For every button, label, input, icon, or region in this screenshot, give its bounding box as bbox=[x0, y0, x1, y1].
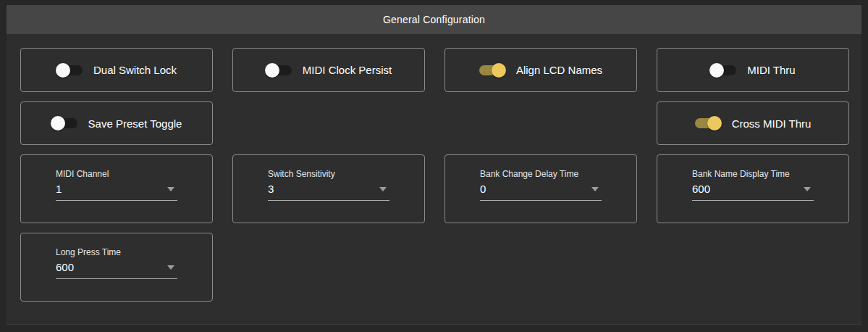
general-configuration-panel: General Configuration Dual Switch Lock M… bbox=[7, 5, 861, 325]
toggle-label: Save Preset Toggle bbox=[88, 117, 182, 130]
toggle-thumb bbox=[707, 116, 722, 130]
card-midi-clock-persist: MIDI Clock Persist bbox=[232, 48, 425, 92]
toggle-thumb bbox=[56, 63, 70, 78]
toggle-align-lcd-names[interactable]: Align LCD Names bbox=[479, 64, 602, 76]
toggle-switch[interactable] bbox=[695, 118, 721, 128]
toggle-save-preset-toggle[interactable]: Save Preset Toggle bbox=[51, 117, 182, 130]
caret-down-icon bbox=[591, 187, 599, 191]
toggle-thumb bbox=[492, 63, 506, 78]
toggle-label: Cross MIDI Thru bbox=[732, 117, 812, 130]
toggle-thumb bbox=[265, 63, 279, 78]
select-label: MIDI Channel bbox=[56, 169, 177, 179]
caret-down-icon bbox=[804, 187, 811, 191]
card-align-lcd-names: Align LCD Names bbox=[444, 48, 637, 92]
toggle-thumb bbox=[51, 116, 65, 130]
card-switch-sensitivity: Switch Sensitivity 3 bbox=[232, 154, 425, 223]
bank-change-delay-time-select[interactable]: Bank Change Delay Time 0 bbox=[480, 169, 602, 201]
card-bank-change-delay-time: Bank Change Delay Time 0 bbox=[444, 154, 637, 223]
toggle-midi-thru[interactable]: MIDI Thru bbox=[710, 64, 795, 76]
select-value: 0 bbox=[480, 183, 486, 195]
card-midi-thru: MIDI Thru bbox=[657, 48, 849, 92]
toggle-switch[interactable] bbox=[266, 65, 292, 75]
toggle-label: Dual Switch Lock bbox=[93, 64, 177, 76]
select-label: Bank Name Display Time bbox=[692, 169, 814, 179]
card-long-press-time: Long Press Time 600 bbox=[20, 233, 213, 302]
caret-down-icon bbox=[167, 265, 174, 270]
card-dual-switch-lock: Dual Switch Lock bbox=[20, 48, 213, 92]
select-value: 3 bbox=[268, 183, 274, 195]
card-save-preset-toggle: Save Preset Toggle bbox=[20, 101, 213, 145]
long-press-time-select[interactable]: Long Press Time 600 bbox=[56, 247, 177, 279]
toggle-label: MIDI Clock Persist bbox=[303, 64, 392, 76]
select-value: 600 bbox=[56, 261, 74, 273]
select-label: Switch Sensitivity bbox=[268, 169, 389, 179]
switch-sensitivity-select[interactable]: Switch Sensitivity 3 bbox=[268, 169, 389, 201]
panel-header: General Configuration bbox=[7, 5, 861, 34]
select-label: Long Press Time bbox=[56, 247, 177, 257]
caret-down-icon bbox=[379, 187, 387, 191]
caret-down-icon bbox=[167, 187, 174, 191]
toggle-thumb bbox=[709, 63, 724, 78]
bank-name-display-time-select[interactable]: Bank Name Display Time 600 bbox=[692, 169, 814, 201]
toggle-switch[interactable] bbox=[56, 65, 83, 75]
toggle-dual-switch-lock[interactable]: Dual Switch Lock bbox=[56, 64, 177, 76]
select-label: Bank Change Delay Time bbox=[480, 169, 602, 179]
midi-channel-select[interactable]: MIDI Channel 1 bbox=[56, 169, 177, 201]
select-value: 1 bbox=[56, 183, 62, 195]
toggle-label: MIDI Thru bbox=[747, 64, 795, 76]
card-cross-midi-thru: Cross MIDI Thru bbox=[657, 101, 849, 145]
toggle-switch[interactable] bbox=[710, 65, 736, 75]
toggle-switch[interactable] bbox=[51, 118, 77, 128]
card-midi-channel: MIDI Channel 1 bbox=[20, 154, 213, 223]
page-title: General Configuration bbox=[383, 14, 485, 25]
card-bank-name-display-time: Bank Name Display Time 600 bbox=[657, 154, 849, 223]
toggle-switch[interactable] bbox=[479, 65, 505, 75]
toggle-label: Align LCD Names bbox=[516, 64, 602, 76]
toggle-midi-clock-persist[interactable]: MIDI Clock Persist bbox=[266, 64, 392, 76]
settings-grid: Dual Switch Lock MIDI Clock Persist Alig… bbox=[7, 34, 861, 302]
select-value: 600 bbox=[692, 183, 710, 195]
toggle-cross-midi-thru[interactable]: Cross MIDI Thru bbox=[695, 117, 812, 130]
